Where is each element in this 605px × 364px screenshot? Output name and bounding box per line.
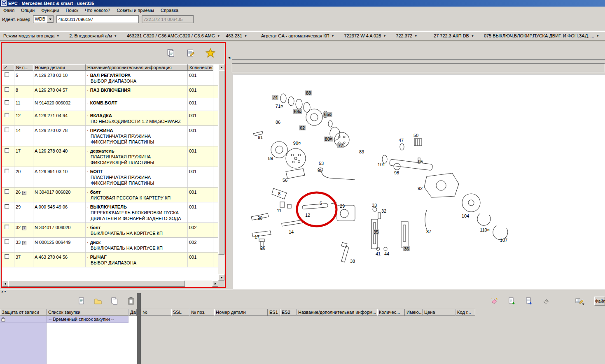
splitter-down-icon[interactable]: ▼: [4, 290, 7, 293]
purchase-col-2[interactable]: Список закупки: [47, 309, 128, 316]
part-callout-107[interactable]: 107: [499, 238, 508, 243]
delete-eraser-icon[interactable]: [541, 296, 551, 306]
expand-plus-icon[interactable]: +: [22, 226, 26, 230]
edit-note-icon[interactable]: [185, 48, 196, 58]
part-callout-47[interactable]: 47: [398, 138, 404, 143]
part-callout-68¤[interactable]: 68¤: [293, 109, 302, 114]
breadcrumb-5[interactable]: Агрегат GA - автоматическая КП▼: [261, 33, 334, 38]
part-callout-98[interactable]: 98: [393, 170, 400, 175]
detail-col-3[interactable]: № поз.: [189, 309, 214, 316]
breadcrumb-7[interactable]: 722.372▼: [396, 33, 417, 38]
scroll-left-button[interactable]: [2, 281, 8, 287]
parts-row-33[interactable]: 33+N 000125 006449·дискВЫКЛЮЧАТЕЛЬ НА КО…: [2, 238, 218, 253]
wmi-combobox[interactable]: WDB: [33, 15, 54, 23]
detail-col-8[interactable]: Количес...: [377, 309, 405, 316]
detail-col-4[interactable]: Номер детали: [214, 309, 268, 316]
part-callout-95[interactable]: 95: [417, 159, 424, 164]
purchase-col-3[interactable]: Дата/: [128, 309, 137, 316]
part-callout-71¤[interactable]: 71¤: [275, 104, 284, 109]
detail-col-7[interactable]: Название/дополнительная информ...: [297, 309, 377, 316]
detail-col-9[interactable]: Имею...: [405, 309, 423, 316]
part-callout-101[interactable]: 101: [377, 162, 386, 167]
expand-plus-icon[interactable]: +: [22, 191, 26, 195]
horizontal-scrollbar[interactable]: [2, 281, 218, 287]
part-callout-92[interactable]: 92: [417, 186, 423, 191]
part-callout-91[interactable]: 91: [257, 135, 264, 140]
detail-col-5[interactable]: ES1: [268, 309, 280, 316]
expand-plus-icon[interactable]: +: [22, 241, 26, 245]
row-checkbox[interactable]: [5, 204, 9, 209]
vertical-splitter[interactable]: [137, 293, 141, 364]
splitter-up-icon[interactable]: ▲: [1, 290, 4, 293]
part-callout-74[interactable]: 74: [272, 95, 278, 100]
row-checkbox[interactable]: [5, 113, 9, 117]
part-callout-62[interactable]: 62: [299, 125, 306, 130]
new-document-icon[interactable]: [76, 296, 87, 306]
detail-col-10[interactable]: Цена: [423, 309, 456, 316]
part-callout-86[interactable]: 86: [275, 120, 281, 125]
breadcrumb-3[interactable]: 463231 G320 / G36 AMG:G320 / G3.6 AMG▼: [127, 33, 220, 38]
part-callout-110¤[interactable]: 110¤: [479, 227, 491, 232]
part-callout-17[interactable]: 17: [254, 234, 260, 239]
col-quantity[interactable]: Количество: [188, 64, 213, 71]
file-button[interactable]: Файл: [594, 297, 605, 306]
panel-splitter[interactable]: ◄: [227, 42, 231, 288]
row-checkbox[interactable]: [5, 87, 9, 92]
breadcrumb-4[interactable]: 463.231▼: [226, 33, 247, 38]
parts-row-17[interactable]: 17A 126 278 03 40·держательПЛАСТИНЧАТАЯ …: [2, 146, 218, 167]
scroll-down-button[interactable]: [218, 274, 224, 281]
part-callout-80¤[interactable]: 80¤: [324, 137, 333, 141]
parts-row-20[interactable]: 20A 126 991 03 10·БОЛТПЛАСТИНЧАТАЯ ПРУЖИ…: [2, 167, 218, 188]
parts-row-26[interactable]: 26+N 304017 006020·болтЛИСТОВАЯ РЕССОРА …: [2, 188, 218, 202]
part-callout-29[interactable]: 29: [339, 204, 346, 209]
breadcrumb-6[interactable]: 722372 W 4 A 028▼: [344, 33, 386, 38]
detail-col-11[interactable]: Код г...: [456, 309, 475, 316]
part-callout-5[interactable]: 5: [319, 201, 323, 206]
purchase-col-1[interactable]: Защита от записи: [0, 309, 47, 316]
favorite-star-icon[interactable]: [205, 48, 216, 58]
part-callout-36[interactable]: 36: [403, 246, 410, 251]
row-checkbox[interactable]: [5, 72, 9, 77]
parts-row-11[interactable]: 11N 914020 006002·КОМБ.БОЛТ001: [2, 98, 218, 111]
part-callout-38[interactable]: 38: [349, 259, 356, 264]
part-callout-35[interactable]: 35: [373, 230, 379, 234]
menu-item-Функции[interactable]: Функции: [38, 7, 62, 13]
parts-row-32[interactable]: 32+N 304017 006020·болтВЫКЛЮЧАТЕЛЬ НА КО…: [2, 223, 218, 238]
part-callout-20[interactable]: 20: [257, 216, 263, 220]
col-part-number[interactable]: Номер детали: [33, 64, 86, 71]
breadcrumb-9[interactable]: 075 ВЫКЛЮЧ.БЛОКИР.ПУСКА ДВИГ. И ФОН.ЗАД.…: [484, 33, 599, 38]
part-callout-85[interactable]: 85: [317, 168, 323, 173]
parts-row-14[interactable]: 14A 126 270 02 78·ПРУЖИНАПЛАСТИНЧАТАЯ ПР…: [2, 126, 218, 146]
menu-item-Файл[interactable]: Файл: [0, 7, 18, 13]
menu-item-Поиск[interactable]: Поиск: [63, 7, 82, 13]
row-checkbox[interactable]: [5, 189, 9, 194]
breadcrumb-8[interactable]: 27 722.3 АКП DB▼: [434, 33, 474, 38]
breadcrumb-1[interactable]: Режим модельного ряда▼: [3, 33, 59, 38]
scrollbar-thumb[interactable]: [8, 281, 185, 287]
part-callout-88[interactable]: 88: [305, 90, 312, 95]
part-callout-83[interactable]: 83: [358, 149, 365, 154]
parts-row-12[interactable]: 12A 126 271 04 94·ВКЛАДКАПО НЕОБХОДИМОСТ…: [2, 111, 218, 126]
horizontal-splitter[interactable]: ▲▼: [0, 290, 605, 293]
part-callout-41[interactable]: 41: [375, 251, 381, 256]
add-document-icon[interactable]: [506, 296, 517, 306]
purchase-list-row[interactable]: -- Временный список закупки --: [47, 316, 128, 323]
detail-col-1[interactable]: №: [141, 309, 171, 316]
collapse-panel-icon[interactable]: ◄: [227, 56, 231, 60]
parts-row-5[interactable]: 5A 126 278 03 10·ВАЛ РЕГУЛЯТОРАВЫБОР ДИА…: [2, 71, 218, 86]
copy-list-icon[interactable]: [109, 296, 120, 306]
part-callout-33[interactable]: 33: [371, 203, 378, 208]
scrollbar-thumb[interactable]: [218, 70, 224, 255]
menu-item-Справка[interactable]: Справка: [157, 7, 182, 13]
detail-col-2[interactable]: SSL: [171, 309, 189, 316]
part-callout-90¤[interactable]: 90¤: [292, 141, 301, 146]
row-checkbox[interactable]: [5, 100, 9, 104]
export-document-icon[interactable]: [523, 296, 534, 306]
part-callout-53[interactable]: 53: [318, 161, 325, 166]
col-name[interactable]: Название/дополнительная информация: [86, 64, 188, 71]
copy-document-icon[interactable]: [166, 48, 176, 58]
part-callout-32[interactable]: 32: [381, 209, 387, 213]
part-callout-11[interactable]: 11: [276, 208, 282, 213]
detail-col-6[interactable]: ES2: [280, 309, 297, 316]
part-callout-12[interactable]: 12: [304, 213, 311, 218]
